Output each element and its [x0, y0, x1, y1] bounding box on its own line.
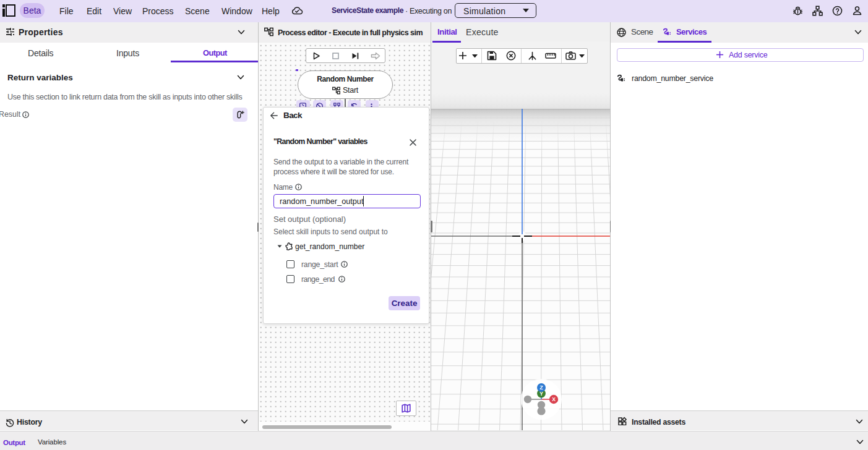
svg-text:X: X	[552, 396, 556, 402]
svg-text:Z: Z	[539, 384, 543, 391]
